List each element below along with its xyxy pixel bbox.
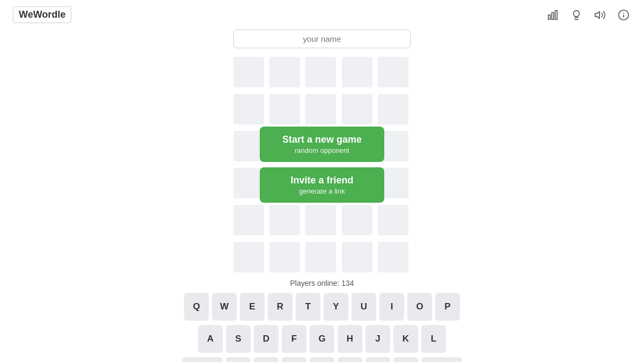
- svg-rect-2: [555, 10, 558, 19]
- keyboard-key-g[interactable]: G: [310, 325, 334, 353]
- keyboard-row-3: ⌫ZXCVBNMEnter: [182, 357, 462, 362]
- grid-cell: [305, 242, 336, 272]
- keyboard: QWERTYUIOP ASDFGHJKL ⌫ZXCVBNMEnter: [182, 293, 462, 362]
- keyboard-key-l[interactable]: L: [421, 325, 446, 353]
- grid-cell: [269, 94, 300, 124]
- keyboard-key-backspace[interactable]: ⌫: [182, 357, 223, 362]
- keyboard-key-k[interactable]: K: [393, 325, 418, 353]
- grid-container: Start a new game random opponent Invite …: [233, 54, 411, 276]
- svg-rect-0: [548, 15, 551, 19]
- grid-cell: [378, 242, 408, 272]
- keyboard-key-z[interactable]: Z: [226, 357, 251, 362]
- keyboard-row-1: QWERTYUIOP: [184, 293, 460, 321]
- keyboard-key-e[interactable]: E: [240, 293, 265, 321]
- invite-friend-subtitle: generate a link: [299, 187, 345, 195]
- keyboard-key-n[interactable]: N: [365, 357, 390, 362]
- start-game-title: Start a new game: [282, 134, 362, 145]
- keyboard-key-u[interactable]: U: [352, 293, 376, 321]
- info-icon[interactable]: [616, 8, 631, 23]
- grid-cell: [342, 94, 372, 124]
- keyboard-key-p[interactable]: P: [435, 293, 460, 321]
- grid-cell: [378, 205, 408, 235]
- grid-cell: [378, 94, 408, 124]
- invite-friend-title: Invite a friend: [290, 175, 353, 186]
- grid-cell: [378, 57, 408, 87]
- main: Start a new game random opponent Invite …: [182, 29, 462, 362]
- keyboard-key-enter[interactable]: Enter: [421, 357, 462, 362]
- header-icons: [545, 8, 631, 23]
- keyboard-key-w[interactable]: W: [212, 293, 237, 321]
- keyboard-key-r[interactable]: R: [268, 293, 292, 321]
- svg-marker-4: [595, 11, 599, 18]
- grid-row: [233, 239, 411, 276]
- keyboard-row-2: ASDFGHJKL: [198, 325, 446, 353]
- keyboard-key-o[interactable]: O: [407, 293, 432, 321]
- grid-cell: [233, 205, 264, 235]
- keyboard-key-b[interactable]: B: [338, 357, 362, 362]
- grid-cell: [305, 205, 336, 235]
- grid-cell: [342, 57, 372, 87]
- grid-cell: [233, 242, 264, 272]
- keyboard-key-h[interactable]: H: [338, 325, 362, 353]
- players-online: Players online: 134: [290, 279, 354, 287]
- grid-cell: [342, 205, 372, 235]
- grid-cell: [269, 57, 300, 87]
- overlay-buttons: Start a new game random opponent Invite …: [260, 127, 384, 203]
- grid-cell: [305, 94, 336, 124]
- keyboard-key-i[interactable]: I: [379, 293, 404, 321]
- keyboard-key-s[interactable]: S: [226, 325, 251, 353]
- grid-row: [233, 202, 411, 239]
- start-new-game-button[interactable]: Start a new game random opponent: [260, 127, 384, 162]
- grid-cell: [233, 57, 264, 87]
- grid-cell: [269, 242, 300, 272]
- grid-cell: [233, 94, 264, 124]
- keyboard-key-q[interactable]: Q: [184, 293, 209, 321]
- name-input[interactable]: [233, 29, 411, 48]
- start-game-subtitle: random opponent: [295, 146, 349, 154]
- lightbulb-icon[interactable]: [569, 8, 584, 23]
- keyboard-key-v[interactable]: V: [310, 357, 334, 362]
- keyboard-key-j[interactable]: J: [365, 325, 390, 353]
- keyboard-key-m[interactable]: M: [393, 357, 418, 362]
- grid-cell: [305, 57, 336, 87]
- svg-rect-1: [552, 12, 554, 19]
- logo: WeWordle: [13, 6, 71, 23]
- grid-row: [233, 91, 411, 128]
- keyboard-key-f[interactable]: F: [282, 325, 306, 353]
- grid-row: [233, 54, 411, 91]
- bar-chart-icon[interactable]: [545, 8, 560, 23]
- grid-cell: [269, 205, 300, 235]
- keyboard-key-t[interactable]: T: [296, 293, 320, 321]
- keyboard-key-d[interactable]: D: [254, 325, 279, 353]
- invite-friend-button[interactable]: Invite a friend generate a link: [260, 167, 384, 203]
- keyboard-key-y[interactable]: Y: [324, 293, 348, 321]
- header: WeWordle: [0, 0, 644, 29]
- keyboard-key-a[interactable]: A: [198, 325, 223, 353]
- keyboard-key-c[interactable]: C: [282, 357, 306, 362]
- volume-icon[interactable]: [592, 8, 608, 23]
- grid-cell: [342, 242, 372, 272]
- keyboard-key-x[interactable]: X: [254, 357, 279, 362]
